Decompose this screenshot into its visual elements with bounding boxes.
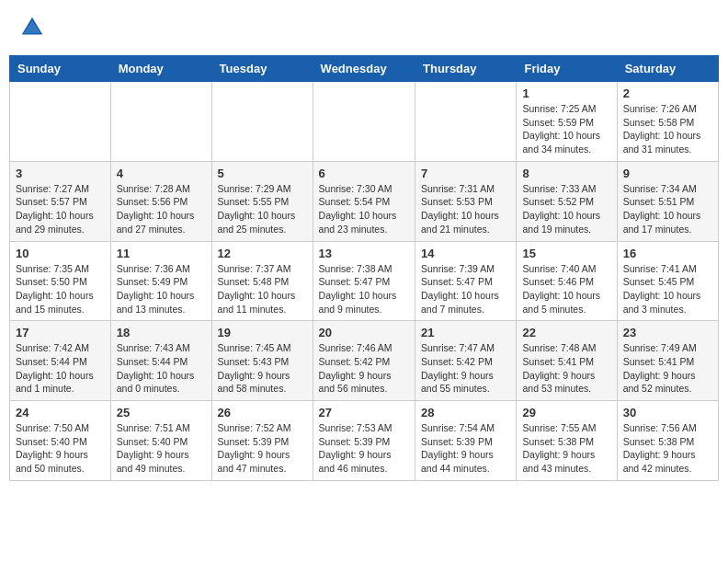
day-info: Sunrise: 7:46 AM Sunset: 5:42 PM Dayligh… (319, 341, 409, 396)
calendar-cell: 27Sunrise: 7:53 AM Sunset: 5:39 PM Dayli… (313, 401, 415, 481)
calendar-cell: 22Sunrise: 7:48 AM Sunset: 5:41 PM Dayli… (517, 321, 617, 401)
calendar-cell: 3Sunrise: 7:27 AM Sunset: 5:57 PM Daylig… (10, 161, 111, 241)
calendar-cell: 1Sunrise: 7:25 AM Sunset: 5:59 PM Daylig… (517, 82, 617, 162)
calendar-cell: 11Sunrise: 7:36 AM Sunset: 5:49 PM Dayli… (110, 241, 211, 321)
day-info: Sunrise: 7:26 AM Sunset: 5:58 PM Dayligh… (623, 102, 712, 156)
day-info: Sunrise: 7:30 AM Sunset: 5:54 PM Dayligh… (319, 182, 409, 236)
week-row-4: 17Sunrise: 7:42 AM Sunset: 5:44 PM Dayli… (10, 321, 719, 401)
day-number: 3 (16, 167, 105, 180)
day-number: 12 (218, 247, 307, 260)
day-number: 6 (319, 167, 409, 180)
day-number: 10 (16, 247, 105, 260)
day-info: Sunrise: 7:31 AM Sunset: 5:53 PM Dayligh… (421, 182, 510, 236)
calendar-cell: 10Sunrise: 7:35 AM Sunset: 5:50 PM Dayli… (10, 241, 111, 321)
day-number: 14 (421, 247, 510, 260)
day-number: 11 (117, 247, 206, 260)
calendar-cell: 17Sunrise: 7:42 AM Sunset: 5:44 PM Dayli… (10, 321, 111, 401)
week-row-3: 10Sunrise: 7:35 AM Sunset: 5:50 PM Dayli… (10, 241, 719, 321)
day-number: 7 (421, 167, 510, 180)
day-number: 17 (16, 326, 105, 339)
calendar-cell (415, 82, 517, 162)
weekday-header-row: SundayMondayTuesdayWednesdayThursdayFrid… (10, 56, 719, 82)
calendar-cell: 21Sunrise: 7:47 AM Sunset: 5:42 PM Dayli… (415, 321, 517, 401)
day-number: 24 (16, 406, 105, 419)
day-info: Sunrise: 7:53 AM Sunset: 5:39 PM Dayligh… (319, 421, 409, 476)
day-number: 13 (319, 247, 409, 260)
day-number: 23 (623, 326, 712, 339)
day-number: 30 (623, 406, 712, 419)
calendar-cell: 14Sunrise: 7:39 AM Sunset: 5:47 PM Dayli… (415, 241, 517, 321)
day-info: Sunrise: 7:28 AM Sunset: 5:56 PM Dayligh… (117, 182, 206, 236)
day-number: 26 (218, 406, 307, 419)
calendar-cell: 13Sunrise: 7:38 AM Sunset: 5:47 PM Dayli… (313, 241, 415, 321)
day-number: 9 (623, 167, 712, 180)
day-info: Sunrise: 7:39 AM Sunset: 5:47 PM Dayligh… (421, 262, 510, 316)
day-info: Sunrise: 7:48 AM Sunset: 5:41 PM Dayligh… (522, 341, 610, 396)
day-number: 21 (421, 326, 510, 339)
day-number: 8 (522, 167, 610, 180)
day-info: Sunrise: 7:49 AM Sunset: 5:41 PM Dayligh… (623, 341, 712, 396)
calendar-cell: 6Sunrise: 7:30 AM Sunset: 5:54 PM Daylig… (313, 161, 415, 241)
calendar-cell (10, 82, 111, 162)
day-number: 22 (522, 326, 610, 339)
day-info: Sunrise: 7:35 AM Sunset: 5:50 PM Dayligh… (16, 262, 105, 316)
calendar-table: SundayMondayTuesdayWednesdayThursdayFrid… (9, 55, 719, 481)
day-info: Sunrise: 7:43 AM Sunset: 5:44 PM Dayligh… (117, 341, 206, 396)
calendar-cell: 29Sunrise: 7:55 AM Sunset: 5:38 PM Dayli… (517, 401, 617, 481)
weekday-header-monday: Monday (110, 56, 211, 82)
week-row-1: 1Sunrise: 7:25 AM Sunset: 5:59 PM Daylig… (10, 82, 719, 162)
day-info: Sunrise: 7:33 AM Sunset: 5:52 PM Dayligh… (522, 182, 610, 236)
day-number: 15 (522, 247, 610, 260)
weekday-header-friday: Friday (517, 56, 617, 82)
calendar-cell: 24Sunrise: 7:50 AM Sunset: 5:40 PM Dayli… (10, 401, 111, 481)
day-number: 20 (319, 326, 409, 339)
calendar-cell: 18Sunrise: 7:43 AM Sunset: 5:44 PM Dayli… (110, 321, 211, 401)
day-info: Sunrise: 7:45 AM Sunset: 5:43 PM Dayligh… (218, 341, 307, 396)
calendar-cell: 19Sunrise: 7:45 AM Sunset: 5:43 PM Dayli… (211, 321, 313, 401)
calendar-cell: 30Sunrise: 7:56 AM Sunset: 5:38 PM Dayli… (617, 401, 718, 481)
day-info: Sunrise: 7:47 AM Sunset: 5:42 PM Dayligh… (421, 341, 510, 396)
day-info: Sunrise: 7:38 AM Sunset: 5:47 PM Dayligh… (319, 262, 409, 316)
day-number: 1 (522, 86, 610, 100)
day-number: 4 (117, 167, 206, 180)
week-row-5: 24Sunrise: 7:50 AM Sunset: 5:40 PM Dayli… (10, 401, 719, 481)
day-number: 25 (117, 406, 206, 419)
day-number: 27 (319, 406, 409, 419)
day-info: Sunrise: 7:37 AM Sunset: 5:48 PM Dayligh… (218, 262, 307, 316)
day-info: Sunrise: 7:55 AM Sunset: 5:38 PM Dayligh… (522, 421, 610, 476)
weekday-header-thursday: Thursday (415, 56, 517, 82)
calendar-cell: 4Sunrise: 7:28 AM Sunset: 5:56 PM Daylig… (110, 161, 211, 241)
calendar-cell: 28Sunrise: 7:54 AM Sunset: 5:39 PM Dayli… (415, 401, 517, 481)
page-header (9, 9, 719, 46)
day-info: Sunrise: 7:51 AM Sunset: 5:40 PM Dayligh… (117, 421, 206, 476)
weekday-header-sunday: Sunday (10, 56, 111, 82)
day-info: Sunrise: 7:34 AM Sunset: 5:51 PM Dayligh… (623, 182, 712, 236)
day-number: 16 (623, 247, 712, 260)
calendar-cell: 20Sunrise: 7:46 AM Sunset: 5:42 PM Dayli… (313, 321, 415, 401)
calendar-cell: 16Sunrise: 7:41 AM Sunset: 5:45 PM Dayli… (617, 241, 718, 321)
day-info: Sunrise: 7:27 AM Sunset: 5:57 PM Dayligh… (16, 182, 105, 236)
weekday-header-saturday: Saturday (617, 56, 718, 82)
day-info: Sunrise: 7:40 AM Sunset: 5:46 PM Dayligh… (522, 262, 610, 316)
calendar-cell: 2Sunrise: 7:26 AM Sunset: 5:58 PM Daylig… (617, 82, 718, 162)
calendar-cell: 7Sunrise: 7:31 AM Sunset: 5:53 PM Daylig… (415, 161, 517, 241)
day-info: Sunrise: 7:50 AM Sunset: 5:40 PM Dayligh… (16, 421, 105, 476)
day-number: 19 (218, 326, 307, 339)
calendar-cell: 9Sunrise: 7:34 AM Sunset: 5:51 PM Daylig… (617, 161, 718, 241)
calendar-cell: 25Sunrise: 7:51 AM Sunset: 5:40 PM Dayli… (110, 401, 211, 481)
weekday-header-tuesday: Tuesday (211, 56, 313, 82)
day-info: Sunrise: 7:41 AM Sunset: 5:45 PM Dayligh… (623, 262, 712, 316)
day-number: 5 (218, 167, 307, 180)
weekday-header-wednesday: Wednesday (313, 56, 415, 82)
calendar-cell: 26Sunrise: 7:52 AM Sunset: 5:39 PM Dayli… (211, 401, 313, 481)
week-row-2: 3Sunrise: 7:27 AM Sunset: 5:57 PM Daylig… (10, 161, 719, 241)
calendar-cell: 15Sunrise: 7:40 AM Sunset: 5:46 PM Dayli… (517, 241, 617, 321)
day-info: Sunrise: 7:29 AM Sunset: 5:55 PM Dayligh… (218, 182, 307, 236)
day-number: 18 (117, 326, 206, 339)
day-info: Sunrise: 7:52 AM Sunset: 5:39 PM Dayligh… (218, 421, 307, 476)
day-info: Sunrise: 7:25 AM Sunset: 5:59 PM Dayligh… (522, 102, 610, 156)
calendar-cell: 12Sunrise: 7:37 AM Sunset: 5:48 PM Dayli… (211, 241, 313, 321)
day-info: Sunrise: 7:42 AM Sunset: 5:44 PM Dayligh… (16, 341, 105, 396)
calendar-cell (313, 82, 415, 162)
day-info: Sunrise: 7:36 AM Sunset: 5:49 PM Dayligh… (117, 262, 206, 316)
